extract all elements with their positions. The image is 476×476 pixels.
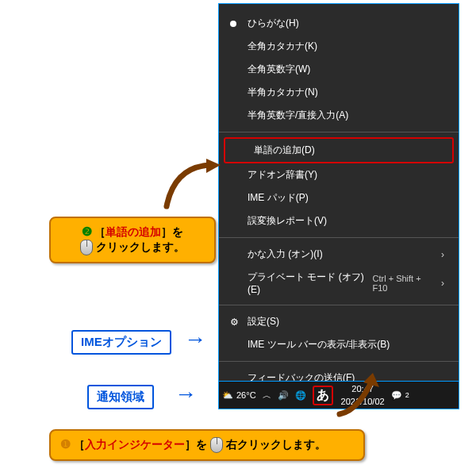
gear-icon: ⚙ — [230, 317, 239, 328]
arrow-icon: → — [175, 382, 197, 407]
callout-step-1: ❶ ［入力インジケーター］を 右クリックします。 — [49, 429, 365, 461]
mouse-icon — [210, 437, 223, 453]
step-number-1: ❶ — [60, 437, 71, 451]
menu-item-hiragana[interactable]: ひらがな(H) — [219, 12, 459, 35]
highlight-add-word: 単語の追加(D) — [224, 137, 454, 163]
arrow-to-ime-indicator — [333, 373, 389, 420]
menu-item-ime-toolbar-toggle[interactable]: IME ツール バーの表示/非表示(B) — [219, 333, 459, 356]
menu-item-fullwidth-alnum[interactable]: 全角英数字(W) — [219, 58, 459, 81]
menu-item-misconversion-report[interactable]: 誤変換レポート(V) — [219, 209, 459, 232]
volume-button[interactable]: 🔊 — [274, 390, 292, 401]
action-center-button[interactable]: 💬2 — [388, 390, 413, 401]
weather-widget[interactable]: ⛅26°C — [219, 390, 259, 401]
chevron-up-icon: ︿ — [263, 390, 271, 401]
tray-expand-button[interactable]: ︿ — [259, 390, 274, 401]
menu-item-kana-input[interactable]: かな入力 (オン)(I)› — [219, 243, 459, 266]
menu-item-fullwidth-katakana[interactable]: 全角カタカナ(K) — [219, 35, 459, 58]
menu-item-ime-pad[interactable]: IME パッド(P) — [219, 186, 459, 209]
shortcut-label: Ctrl + Shift + F10 — [372, 274, 441, 293]
globe-icon: 🌐 — [295, 390, 306, 401]
notification-icon: 💬 — [391, 390, 402, 401]
menu-item-halfwidth-alnum[interactable]: 半角英数字/直接入力(A) — [219, 104, 459, 127]
step-number-2: ❷ — [82, 225, 92, 238]
menu-item-add-word[interactable]: 単語の追加(D) — [225, 139, 452, 162]
ime-indicator[interactable]: あ — [309, 386, 336, 405]
menu-item-halfwidth-katakana[interactable]: 半角カタカナ(N) — [219, 81, 459, 104]
arrow-icon: → — [184, 327, 206, 352]
menu-item-addon-dict[interactable]: アドオン辞書(Y) — [219, 163, 459, 186]
arrow-to-add-word — [159, 159, 222, 214]
radio-selected-icon — [230, 21, 236, 27]
chevron-right-icon: › — [441, 278, 449, 289]
label-notification-area: 通知領域 — [87, 385, 154, 409]
menu-separator — [219, 132, 459, 132]
menu-separator — [219, 237, 459, 238]
network-button[interactable]: 🌐 — [292, 390, 309, 401]
mouse-icon — [80, 240, 93, 255]
svg-marker-0 — [206, 159, 221, 173]
chevron-right-icon: › — [441, 249, 449, 260]
label-ime-option: IMEオプション — [71, 330, 171, 355]
menu-separator — [219, 305, 459, 305]
menu-item-private-mode[interactable]: プライベート モード (オフ)(E)Ctrl + Shift + F10› — [219, 266, 459, 300]
menu-separator — [219, 361, 459, 362]
menu-item-settings[interactable]: ⚙設定(S) — [219, 310, 459, 333]
ime-context-menu: ひらがな(H) 全角カタカナ(K) 全角英数字(W) 半角カタカナ(N) 半角英… — [218, 3, 459, 398]
speaker-icon: 🔊 — [278, 390, 289, 401]
callout-step-2: ❷ ［単語の追加］を クリックします。 — [49, 217, 216, 263]
weather-icon: ⛅ — [222, 390, 233, 401]
